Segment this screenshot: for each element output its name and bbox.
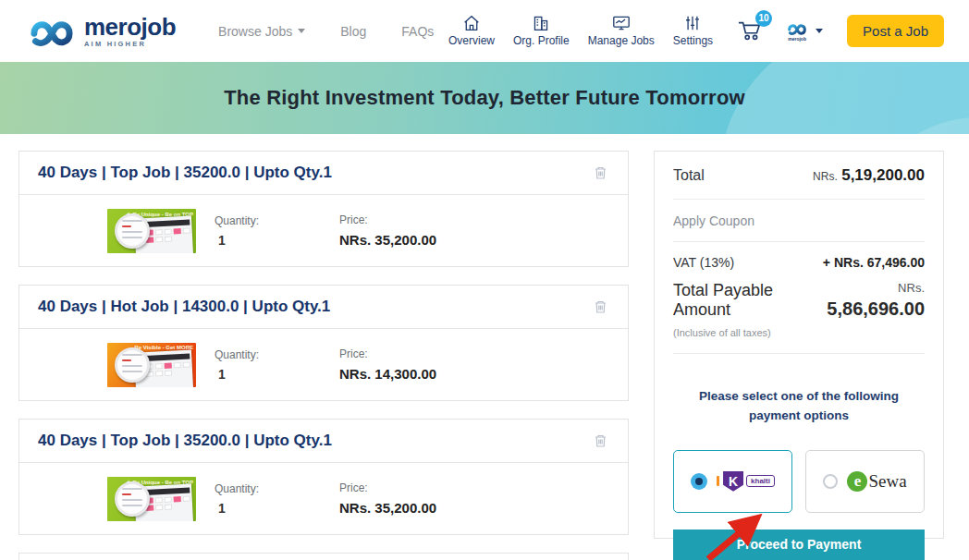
cart-button[interactable]: 10: [737, 18, 763, 45]
payable-currency: NRs.: [827, 281, 925, 295]
quantity-block: Quantity: 1: [215, 348, 316, 382]
cart-item-body: ★ Be Unique - Be on TOP Quantity: 1: [19, 463, 628, 534]
cart-count-badge: 10: [755, 10, 772, 27]
cart-item: [18, 553, 629, 560]
trash-icon: [594, 433, 607, 448]
product-thumbnail: Be Visible - Get MORE: [107, 343, 196, 387]
hero-title: The Right Investment Today, Better Futur…: [0, 62, 969, 134]
radio-selected[interactable]: [691, 473, 707, 490]
quantity-label: Quantity:: [215, 482, 316, 495]
remove-item-button[interactable]: [592, 298, 609, 316]
remove-item-button[interactable]: [592, 164, 609, 182]
magnifier-icon: [115, 213, 150, 249]
post-a-job-button[interactable]: Post a Job: [847, 15, 944, 47]
quantity-label: Quantity:: [215, 214, 316, 227]
nav-settings-label: Settings: [673, 34, 713, 47]
chevron-down-icon: [816, 29, 823, 33]
vat-label: VAT (13%): [673, 255, 734, 270]
radio-unselected[interactable]: [823, 474, 838, 489]
nav-browse-jobs-label: Browse Jobs: [218, 24, 292, 39]
price-value: NRs. 14,300.00: [339, 366, 436, 382]
price-value: NRs. 35,200.00: [339, 500, 436, 516]
price-label: Price:: [339, 481, 436, 494]
coupon-row: Apply Coupon: [673, 200, 925, 241]
magnifier-icon: [115, 347, 150, 383]
cart-item: 40 Days | Top Job | 35200.0 | Upto Qty.1…: [18, 419, 629, 535]
trash-icon: [594, 299, 607, 314]
nav-settings[interactable]: Settings: [673, 15, 713, 47]
quantity-value: 1: [215, 233, 316, 248]
nav-manage-jobs-label: Manage Jobs: [588, 34, 655, 47]
payable-right: NRs. 5,86,696.00: [827, 281, 925, 338]
hero-banner: The Right Investment Today, Better Futur…: [0, 62, 969, 134]
trash-icon: [594, 165, 607, 180]
price-block: Price: NRs. 35,200.00: [339, 481, 436, 516]
price-block: Price: NRs. 14,300.00: [339, 347, 436, 382]
khalti-logo: K khalti: [717, 471, 775, 492]
cart-item-header: 40 Days | Top Job | 35200.0 | Upto Qty.1: [19, 420, 628, 463]
cart-item-header: 40 Days | Hot Job | 14300.0 | Upto Qty.1: [19, 286, 628, 329]
cart-item-title: 40 Days | Hot Job | 14300.0 | Upto Qty.1: [38, 298, 330, 316]
payment-option-khalti[interactable]: K khalti: [673, 450, 792, 513]
top-navbar: merojob AIM HIGHER Browse Jobs Blog FAQs…: [0, 0, 969, 62]
magnifier-icon: [115, 481, 150, 517]
thumbnail-caption: Be Visible - Get MORE: [134, 345, 193, 350]
nav-browse-jobs[interactable]: Browse Jobs: [218, 24, 305, 39]
order-summary-panel: Total NRs. 5,19,200.00 Apply Coupon VAT …: [654, 151, 944, 539]
nav-blog[interactable]: Blog: [340, 24, 366, 39]
payment-options: K khalti e Sewa: [673, 450, 925, 513]
brand-tagline: AIM HIGHER: [84, 41, 176, 48]
payable-label: Total Payable Amount: [673, 281, 827, 320]
payment-prompt: Please select one of the following payme…: [673, 387, 925, 426]
mini-logo-label: merojob: [788, 37, 806, 42]
nav-blog-label: Blog: [340, 24, 366, 39]
quantity-label: Quantity:: [215, 348, 316, 361]
logo-text: merojob AIM HIGHER: [84, 15, 176, 48]
cart-item-title: 40 Days | Top Job | 35200.0 | Upto Qty.1: [38, 164, 332, 182]
khalti-wordmark: khalti: [746, 475, 775, 487]
cart-items-list: 40 Days | Top Job | 35200.0 | Upto Qty.1…: [18, 151, 629, 560]
nav-faqs[interactable]: FAQs: [401, 24, 434, 39]
cart-item-body: Be Visible - Get MORE Quantity: 1: [19, 329, 628, 400]
khalti-accent: [717, 476, 719, 486]
esewa-wordmark: Sewa: [868, 471, 906, 492]
merojob-mini-icon: [785, 21, 809, 36]
price-label: Price:: [339, 347, 436, 360]
vat-row: VAT (13%) + NRs. 67,496.00: [673, 242, 925, 270]
merojob-logo[interactable]: merojob AIM HIGHER: [28, 14, 176, 49]
price-label: Price:: [339, 213, 436, 226]
monitor-icon: [611, 15, 632, 31]
account-avatar: merojob: [785, 21, 809, 42]
sliders-icon: [684, 15, 701, 31]
payable-row: Total Payable Amount (Inclusive of all t…: [673, 281, 925, 338]
account-menu[interactable]: merojob: [785, 21, 823, 42]
remove-item-button[interactable]: [592, 432, 609, 450]
proceed-to-payment-button[interactable]: Proceed to Payment: [673, 530, 925, 560]
quantity-block: Quantity: 1: [215, 482, 316, 516]
product-thumbnail: ★ Be Unique - Be on TOP: [107, 209, 196, 253]
nav-faqs-label: FAQs: [401, 24, 434, 39]
nav-manage-jobs[interactable]: Manage Jobs: [588, 15, 655, 47]
nav-org-profile-label: Org. Profile: [513, 34, 570, 47]
apply-coupon-link[interactable]: Apply Coupon: [673, 213, 754, 228]
payable-note: (Inclusive of all taxes): [673, 327, 827, 338]
total-amount: NRs. 5,19,200.00: [813, 166, 925, 185]
divider: [673, 353, 925, 354]
quantity-block: Quantity: 1: [215, 214, 316, 248]
quantity-value: 1: [215, 501, 316, 516]
product-thumbnail: ★ Be Unique - Be on TOP: [107, 477, 196, 521]
brand-name: merojob: [84, 15, 176, 39]
total-label: Total: [673, 167, 705, 184]
total-currency: NRs.: [813, 170, 838, 183]
cart-item-body: ★ Be Unique - Be on TOP Quantity: 1: [19, 195, 628, 266]
account-nav: Overview Org. Profile Manage Jobs Settin…: [448, 15, 944, 47]
payable-value: 5,86,696.00: [827, 298, 925, 320]
total-row: Total NRs. 5,19,200.00: [673, 166, 925, 185]
payment-option-esewa[interactable]: e Sewa: [805, 450, 925, 513]
cart-item-header: 40 Days | Top Job | 35200.0 | Upto Qty.1: [19, 152, 628, 195]
building-icon: [532, 15, 550, 31]
nav-org-profile[interactable]: Org. Profile: [513, 15, 570, 47]
nav-overview[interactable]: Overview: [448, 15, 495, 47]
chevron-down-icon: [298, 29, 305, 33]
cart-item-title: 40 Days | Top Job | 35200.0 | Upto Qty.1: [38, 432, 332, 450]
